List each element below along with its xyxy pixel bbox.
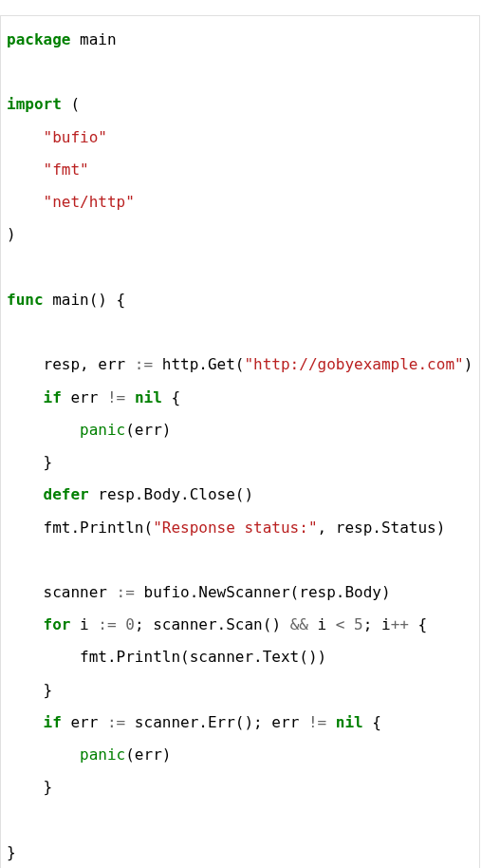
code-text: http.Get( [153,355,244,373]
brace-close-final: } [7,843,16,861]
code-text: fmt.Println( [7,519,153,537]
op-assign: := [98,615,116,633]
paren-open: ( [62,95,80,113]
brace-close: } [7,681,52,699]
code-text: { [363,713,381,731]
keyword-if: if [44,388,62,406]
keyword-func: func [7,291,44,309]
builtin-panic: panic [80,421,125,439]
space [344,615,354,633]
code-text: resp.Body.Close() [89,485,253,503]
number-zero: 0 [125,615,135,633]
code-block: package main import ( "bufio" "fmt" "net… [0,15,480,868]
code-text: (err) [125,745,171,764]
import-bufio: "bufio" [44,128,107,146]
code-text: fmt.Println(scanner.Text()) [7,648,326,666]
number-five: 5 [354,615,363,633]
builtin-panic: panic [80,745,125,764]
code-text: ) [464,355,473,373]
keyword-import: import [7,95,62,113]
brace-close: } [7,778,52,796]
space [117,615,126,633]
keyword-defer: defer [44,485,89,503]
op-assign: := [135,355,153,373]
code-text: err [62,388,107,406]
code-text: scanner [7,583,117,601]
op-neq: != [107,388,125,406]
func-signature: main() { [44,291,126,309]
string-status: "Response status:" [153,519,317,537]
space [326,713,336,731]
paren-close: ) [7,225,16,243]
code-text: (err) [125,421,171,439]
op-neq: != [308,713,326,731]
keyword-if: if [44,713,62,731]
space [125,388,135,406]
op-inc: ++ [391,615,409,633]
code-text: i [308,615,336,633]
code-text: ; scanner.Scan() [135,615,290,633]
code-text: scanner.Err(); err [125,713,308,731]
op-and: && [290,615,308,633]
op-assign: := [117,583,135,601]
code-text: resp, err [7,355,135,373]
code-text: { [162,388,180,406]
brace-close: } [7,453,52,471]
import-nethttp: "net/http" [44,193,135,211]
keyword-nil: nil [135,388,162,406]
code-text: err [62,713,107,731]
keyword-nil: nil [336,713,363,731]
code-text: ; i [363,615,391,633]
keyword-for: for [44,615,71,633]
package-name: main [70,30,116,48]
keyword-package: package [7,30,70,48]
code-text: bufio.NewScanner(resp.Body) [135,583,391,601]
import-fmt: "fmt" [44,160,89,179]
code-text: { [409,615,427,633]
code-text: i [70,615,98,633]
string-url: "http://gobyexample.com" [244,355,463,373]
code-text: , resp.Status) [318,519,446,537]
op-assign: := [107,713,125,731]
